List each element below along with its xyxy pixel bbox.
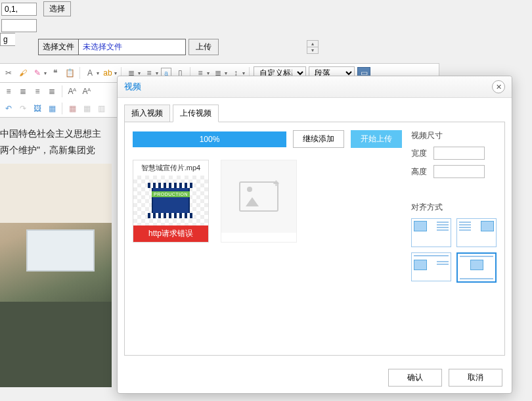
quote-icon[interactable]: ❝ (49, 67, 61, 79)
width-label: 宽度 (411, 148, 431, 159)
ok-button[interactable]: 确认 (388, 369, 442, 387)
height-input[interactable] (433, 165, 485, 178)
align-option-center[interactable] (456, 252, 497, 283)
align-option-left[interactable] (411, 218, 451, 247)
separator (62, 103, 62, 114)
video-thumb[interactable]: 智慧城宣传片.mp4 PRODUCTION http请求错误 (133, 160, 209, 243)
video-file-name: 智慧城宣传片.mp4 (133, 160, 208, 176)
choose-file-button[interactable]: 选择文件 (39, 39, 79, 55)
start-upload-button[interactable]: 开始上传 (351, 130, 402, 148)
delete-table-icon[interactable]: ▦ (81, 103, 93, 114)
font-case-icon[interactable]: Aᴬ (66, 85, 78, 97)
align-option-right[interactable] (456, 218, 497, 247)
stepper-up[interactable]: ▴ (307, 41, 318, 47)
top-input-3[interactable] (0, 33, 15, 46)
add-video-placeholder[interactable] (221, 160, 297, 243)
file-status: 未选择文件 (79, 41, 185, 53)
height-label: 高度 (411, 166, 431, 177)
stepper-down[interactable]: ▾ (307, 47, 318, 53)
video-size-title: 视频尺寸 (411, 130, 497, 141)
align-option-default[interactable] (411, 252, 451, 281)
file-chooser[interactable]: 选择文件 未选择文件 (38, 39, 186, 55)
content-line-1: 中国特色社会主义思想主 (0, 128, 101, 139)
font-color-icon[interactable]: A▾ (84, 67, 99, 79)
brush-icon[interactable]: 🖌 (17, 67, 29, 79)
image-icon[interactable]: 🖼 (32, 103, 43, 114)
tab-upload-video[interactable]: 上传视频 (173, 105, 219, 122)
cancel-button[interactable]: 取消 (449, 369, 502, 387)
content-text: 中国特色社会主义思想主 两个维护"，高新集团党 (0, 118, 112, 164)
font-case2-icon[interactable]: Aᴬ (81, 85, 93, 97)
separator (62, 85, 62, 97)
number-stepper[interactable]: ▴ ▾ (307, 40, 319, 54)
insert-table-icon[interactable]: ▦ (66, 103, 78, 114)
content-image (0, 164, 112, 387)
align-title: 对齐方式 (411, 202, 497, 213)
redo-icon[interactable]: ↷ (17, 103, 29, 114)
align-left-icon[interactable]: ≡ (3, 85, 14, 97)
upload-button[interactable]: 上传 (188, 39, 219, 55)
continue-add-button[interactable]: 继续添加 (293, 130, 344, 148)
paste-text-icon[interactable]: 📋 (64, 67, 76, 79)
top-input-2[interactable] (1, 19, 37, 32)
top-select-button[interactable]: 选择 (43, 1, 71, 16)
upload-error: http请求错误 (133, 225, 208, 242)
undo-icon[interactable]: ↶ (3, 103, 14, 114)
dialog-close-icon[interactable]: ✕ (492, 80, 505, 93)
align-justify-icon[interactable]: ≣ (46, 85, 58, 97)
add-image-icon (239, 181, 278, 212)
progress-text: 100% (133, 131, 286, 147)
table-icon[interactable]: ▦ (46, 103, 58, 114)
highlight-icon[interactable]: ab▾ (102, 67, 117, 79)
top-input-1[interactable] (1, 3, 37, 16)
cut-icon[interactable]: ✂ (3, 67, 14, 79)
tab-insert-video[interactable]: 插入视频 (124, 105, 170, 122)
align-center-icon[interactable]: ≣ (17, 85, 29, 97)
content-line-2: 两个维护"，高新集团党 (0, 145, 95, 155)
width-input[interactable] (433, 147, 485, 160)
format-paint-icon[interactable]: ✎▾ (32, 67, 47, 79)
merge-icon[interactable]: ▥ (95, 103, 107, 114)
align-right-icon[interactable]: ≡ (32, 85, 43, 97)
dialog-title: 视频 (124, 81, 141, 93)
upload-progress: 100% (133, 131, 286, 147)
separator (79, 67, 80, 79)
production-label: PRODUCTION (152, 191, 190, 197)
video-dialog: 视频 ✕ 插入视频 上传视频 100% 继续添加 开始上传 (117, 76, 512, 394)
